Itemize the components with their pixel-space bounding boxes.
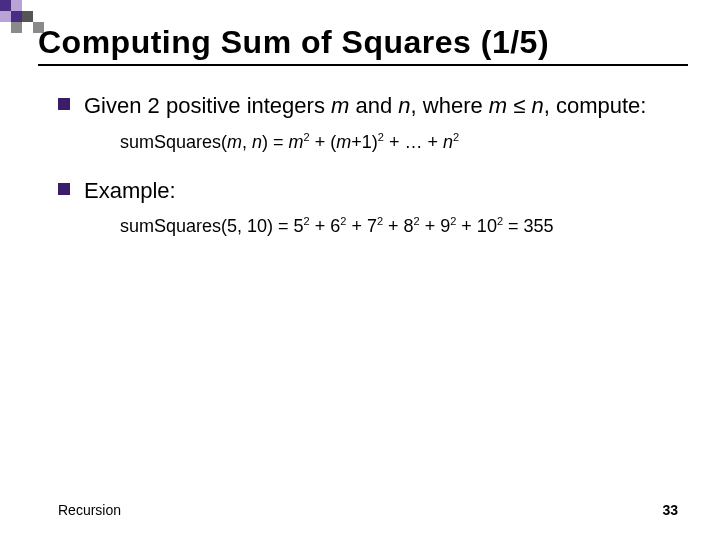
term: + 7 — [346, 216, 377, 236]
formula-example: sumSquares(5, 10) = 52 + 62 + 72 + 82 + … — [120, 215, 678, 237]
term: + 8 — [383, 216, 414, 236]
bullet-icon — [58, 183, 70, 195]
var-m: m — [227, 132, 242, 152]
var-n: n — [443, 132, 453, 152]
slide: Computing Sum of Squares (1/5) Given 2 p… — [0, 0, 720, 540]
op-leq: ≤ — [507, 93, 531, 118]
var-n: n — [531, 93, 543, 118]
footer-topic: Recursion — [58, 502, 121, 518]
var-m: m — [289, 132, 304, 152]
slide-title: Computing Sum of Squares (1/5) — [38, 24, 688, 66]
bullet-text: Given 2 positive integers m and n, where… — [84, 92, 646, 121]
text: Given 2 positive integers — [84, 93, 331, 118]
text: , where — [411, 93, 489, 118]
bullet-item: Given 2 positive integers m and n, where… — [58, 92, 678, 121]
sep: , — [242, 132, 252, 152]
var-m: m — [489, 93, 507, 118]
var-n: n — [252, 132, 262, 152]
op-plus: + ( — [310, 132, 337, 152]
var-m: m — [331, 93, 349, 118]
result: = 355 — [503, 216, 554, 236]
bullet-item: Example: — [58, 177, 678, 206]
var-m: m — [336, 132, 351, 152]
text: , compute: — [544, 93, 647, 118]
text: and — [349, 93, 398, 118]
bullet-text: Example: — [84, 177, 176, 206]
term: + 10 — [456, 216, 497, 236]
text: +1) — [351, 132, 378, 152]
term: + 9 — [420, 216, 451, 236]
footer-page-number: 33 — [662, 502, 678, 518]
op-plus: + … + — [384, 132, 443, 152]
formula-definition: sumSquares(m, n) = m2 + (m+1)2 + … + n2 — [120, 131, 678, 153]
fn-name: sumSquares( — [120, 132, 227, 152]
exp: 2 — [453, 131, 459, 143]
fn-call: sumSquares(5, 10) = 5 — [120, 216, 304, 236]
var-n: n — [398, 93, 410, 118]
eq: ) = — [262, 132, 289, 152]
slide-body: Given 2 positive integers m and n, where… — [58, 92, 678, 261]
term: + 6 — [310, 216, 341, 236]
bullet-icon — [58, 98, 70, 110]
